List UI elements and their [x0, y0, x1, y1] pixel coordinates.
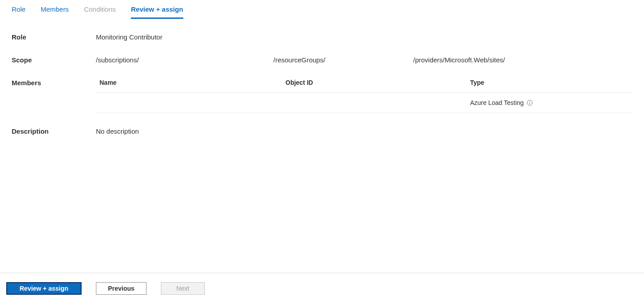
member-name-cell: [99, 99, 285, 106]
member-type-cell: Azure Load Testing: [470, 99, 533, 106]
description-label: Description: [12, 127, 96, 135]
next-button: Next: [161, 282, 205, 295]
member-objectid-cell: [285, 99, 470, 106]
table-row: Azure Load Testing: [96, 93, 632, 113]
footer-bar: Review + assign Previous Next: [0, 273, 644, 301]
members-col-objectid: Object ID: [285, 79, 470, 86]
scope-value: /subscriptions/ /resourceGroups/ /provid…: [96, 56, 632, 64]
role-value: Monitoring Contributor: [96, 33, 632, 41]
svg-point-2: [529, 101, 530, 102]
members-col-type: Type: [470, 79, 484, 86]
members-table: Name Object ID Type Azure Load Testing: [96, 79, 632, 113]
members-col-name: Name: [99, 79, 285, 86]
members-field: Members Name Object ID Type Azure Load T…: [12, 79, 632, 113]
content-area: Role Monitoring Contributor Scope /subsc…: [0, 19, 644, 135]
scope-resourcegroups: /resourceGroups/: [273, 56, 413, 64]
role-field: Role Monitoring Contributor: [12, 33, 632, 41]
review-assign-button[interactable]: Review + assign: [6, 282, 82, 295]
info-icon[interactable]: [527, 100, 533, 106]
tab-role[interactable]: Role: [12, 5, 26, 19]
role-label: Role: [12, 33, 96, 41]
members-label: Members: [12, 79, 96, 113]
tab-review-assign[interactable]: Review + assign: [131, 5, 183, 19]
scope-providers: /providers/Microsoft.Web/sites/: [413, 56, 505, 64]
previous-button[interactable]: Previous: [96, 282, 147, 295]
scope-subscriptions: /subscriptions/: [96, 56, 273, 64]
description-field: Description No description: [12, 127, 632, 135]
tab-members[interactable]: Members: [41, 5, 69, 19]
tab-bar: Role Members Conditions Review + assign: [0, 0, 644, 19]
scope-field: Scope /subscriptions/ /resourceGroups/ /…: [12, 56, 632, 64]
tab-conditions: Conditions: [84, 5, 116, 19]
members-header: Name Object ID Type: [96, 79, 632, 93]
description-value: No description: [96, 127, 632, 135]
scope-label: Scope: [12, 56, 96, 64]
member-type-text: Azure Load Testing: [470, 99, 524, 106]
